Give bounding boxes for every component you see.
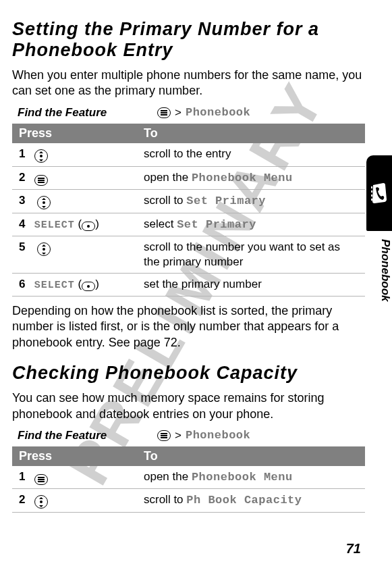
- table-row: 5 scroll to the number you want to set a…: [12, 236, 365, 274]
- svg-rect-3: [371, 199, 372, 201]
- table-row: 2 open the Phonebook Menu: [12, 166, 365, 189]
- find-feature-row-1: Find the Feature > Phonebook: [12, 106, 365, 120]
- menu-label: Phonebook Menu: [192, 471, 293, 484]
- breadcrumb-separator: >: [175, 429, 181, 442]
- select-key-icon: [82, 222, 95, 231]
- page-number: 71: [346, 541, 361, 557]
- scroll-key-icon: [34, 149, 48, 163]
- section-outro-primary: Depending on how the phonebook list is s…: [12, 303, 365, 351]
- step-number: 3: [19, 193, 31, 208]
- scroll-key-icon: [37, 196, 51, 209]
- col-header-to: To: [137, 446, 365, 466]
- step-number: 2: [19, 492, 31, 507]
- menu-label: Set Primary: [177, 218, 256, 231]
- steps-table-capacity: Press To 1 open the Phonebook Menu 2 scr…: [12, 446, 365, 513]
- step-number: 4: [19, 217, 31, 232]
- phonebook-icon: [370, 182, 389, 204]
- section-intro-primary: When you enter multiple phone numbers fo…: [12, 68, 365, 99]
- step-action: open the: [144, 470, 192, 483]
- section-title-capacity: Checking Phonebook Capacity: [12, 363, 365, 384]
- step-action: set the primary number: [137, 274, 365, 297]
- paren: ): [95, 217, 99, 230]
- step-number: 5: [19, 240, 31, 255]
- step-action: scroll to: [144, 194, 186, 207]
- section-title-primary: Setting the Primary Number for a Phonebo…: [12, 19, 365, 61]
- side-tab-icon-box: [366, 155, 392, 231]
- softkey-label: SELECT: [34, 280, 75, 291]
- menu-label: Phonebook Menu: [192, 172, 293, 184]
- scroll-key-icon: [37, 242, 51, 256]
- svg-rect-0: [371, 186, 372, 188]
- menu-key-icon: [34, 175, 48, 186]
- table-row: 6 SELECT () set the primary number: [12, 274, 365, 297]
- step-number: 2: [19, 170, 31, 185]
- side-tab-label: Phonebook: [366, 239, 392, 302]
- menu-key-icon: [157, 107, 171, 118]
- side-tab: Phonebook: [366, 155, 392, 302]
- menu-key-icon: [157, 430, 171, 441]
- breadcrumb-separator: >: [175, 106, 181, 120]
- step-action: scroll to the number you want to set as …: [137, 236, 365, 274]
- table-row: 3 scroll to Set Primary: [12, 190, 365, 213]
- paren: (: [75, 278, 82, 290]
- scroll-key-icon: [34, 495, 48, 509]
- table-row: 1 scroll to the entry: [12, 143, 365, 167]
- find-feature-row-2: Find the Feature > Phonebook: [12, 429, 365, 442]
- step-number: 6: [19, 277, 31, 292]
- col-header-press: Press: [12, 124, 137, 143]
- step-action: scroll to: [144, 493, 186, 506]
- steps-table-primary: Press To 1 scroll to the entry 2 open th…: [12, 124, 365, 297]
- table-row: 4 SELECT () select Set Primary: [12, 213, 365, 236]
- find-feature-label: Find the Feature: [12, 106, 157, 120]
- paren: ): [95, 278, 99, 290]
- softkey-label: SELECT: [34, 220, 75, 231]
- table-row: 1 open the Phonebook Menu: [12, 466, 365, 489]
- svg-rect-1: [371, 190, 372, 192]
- col-header-press: Press: [12, 446, 137, 466]
- section-intro-capacity: You can see how much memory space remain…: [12, 390, 365, 422]
- step-number: 1: [19, 469, 31, 484]
- svg-rect-2: [371, 195, 372, 197]
- menu-label: Ph Book Capacity: [186, 494, 302, 507]
- select-key-icon: [82, 282, 95, 291]
- menu-label: Set Primary: [186, 195, 266, 207]
- menu-path-phonebook: Phonebook: [186, 429, 250, 442]
- step-action: select: [144, 217, 177, 230]
- menu-key-icon: [34, 474, 48, 485]
- menu-path-phonebook: Phonebook: [186, 106, 250, 119]
- col-header-to: To: [137, 124, 365, 143]
- step-number: 1: [19, 147, 31, 161]
- find-feature-label: Find the Feature: [12, 429, 157, 442]
- step-action: scroll to the entry: [137, 143, 365, 167]
- paren: (: [75, 217, 82, 230]
- step-action: open the: [144, 171, 192, 184]
- table-row: 2 scroll to Ph Book Capacity: [12, 489, 365, 513]
